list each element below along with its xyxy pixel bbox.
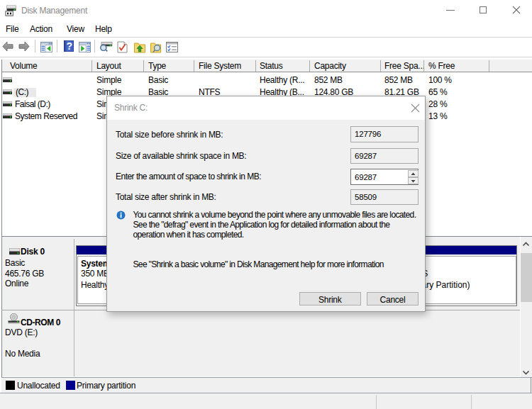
svg-text:?: ?	[66, 40, 72, 52]
